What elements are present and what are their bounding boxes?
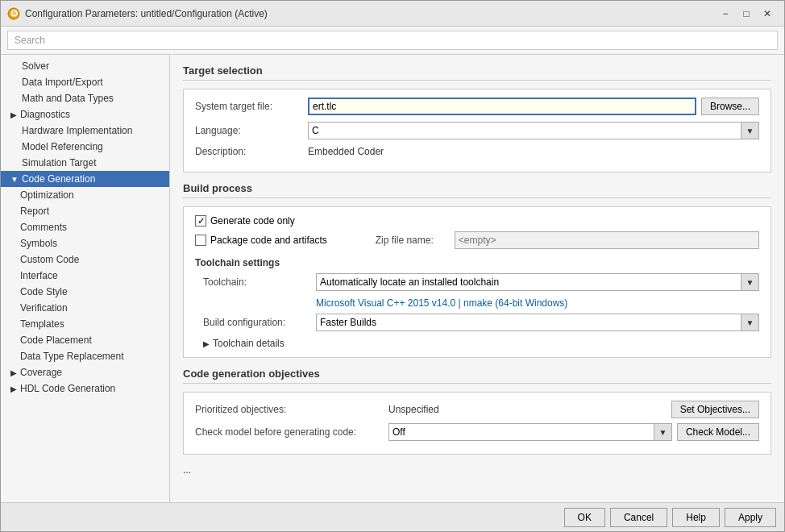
prioritized-objectives-value: Unspecified	[388, 404, 671, 415]
system-target-file-row: System target file: Browse...	[195, 98, 759, 115]
bottom-bar: OK Cancel Help Apply	[1, 502, 784, 531]
sidebar-label-report: Report	[20, 206, 49, 217]
check-model-label: Check model before generating code:	[195, 426, 388, 438]
toolchain-settings-title: Toolchain settings	[195, 257, 759, 268]
maximize-button[interactable]: □	[736, 6, 757, 22]
toolchain-row: Toolchain: Automatically locate an insta…	[203, 273, 759, 291]
generate-code-checkbox-label[interactable]: ✓ Generate code only	[195, 215, 295, 227]
sidebar-item-code-generation[interactable]: ▼Code Generation	[1, 171, 169, 187]
sidebar-label-code-generation: Code Generation	[22, 173, 95, 185]
build-config-select[interactable]: Faster Builds	[316, 314, 741, 331]
sidebar-item-model-referencing[interactable]: Model Referencing	[1, 139, 169, 155]
build-config-label: Build configuration:	[203, 317, 316, 328]
sidebar-label-simulation-target: Simulation Target	[22, 157, 97, 168]
description-value: Embedded Coder	[308, 146, 384, 157]
sidebar-item-custom-code[interactable]: Custom Code	[1, 251, 169, 268]
sidebar-item-report[interactable]: Report	[1, 203, 169, 219]
sidebar-label-comments: Comments	[20, 222, 67, 233]
app-icon: ⚙	[7, 7, 20, 20]
sidebar-item-coverage[interactable]: ▶Coverage	[1, 364, 169, 380]
language-select-wrap: C ▼	[308, 122, 759, 139]
window-title: Configuration Parameters: untitled/Confi…	[25, 8, 715, 19]
ok-button[interactable]: OK	[564, 508, 605, 527]
toolchain-details-row[interactable]: ▶ Toolchain details	[203, 338, 759, 349]
description-label: Description:	[195, 146, 308, 157]
sidebar-label-code-style: Code Style	[20, 286, 68, 297]
zip-file-input[interactable]	[455, 231, 759, 249]
browse-button[interactable]: Browse...	[701, 98, 759, 115]
title-bar: ⚙ Configuration Parameters: untitled/Con…	[1, 1, 784, 27]
build-process-section: ✓ Generate code only Package code and ar…	[183, 206, 771, 358]
sidebar-item-diagnostics[interactable]: ▶Diagnostics	[1, 106, 169, 123]
sidebar-item-math-data-types[interactable]: Math and Data Types	[1, 90, 169, 106]
toolchain-select[interactable]: Automatically locate an installed toolch…	[316, 273, 741, 291]
main-content: SolverData Import/ExportMath and Data Ty…	[1, 55, 784, 502]
check-model-button[interactable]: Check Model...	[677, 423, 759, 441]
language-select[interactable]: C	[308, 122, 741, 139]
code-gen-objectives-section: Prioritized objectives: Unspecified Set …	[183, 392, 771, 455]
sidebar-item-code-placement[interactable]: Code Placement	[1, 332, 169, 348]
sidebar-item-comments[interactable]: Comments	[1, 219, 169, 235]
sidebar-item-symbols[interactable]: Symbols	[1, 235, 169, 251]
generate-code-row: ✓ Generate code only	[195, 215, 759, 227]
generate-code-label: Generate code only	[210, 215, 295, 227]
sidebar-item-solver[interactable]: Solver	[1, 58, 169, 74]
help-button[interactable]: Help	[672, 508, 720, 527]
target-selection-title: Target selection	[183, 64, 771, 81]
sidebar-label-interface: Interface	[20, 270, 58, 281]
main-panel: Target selection System target file: Bro…	[170, 55, 784, 502]
sidebar-item-templates[interactable]: Templates	[1, 316, 169, 332]
generate-code-checkbox[interactable]: ✓	[195, 215, 206, 227]
apply-button[interactable]: Apply	[725, 508, 776, 527]
sidebar-item-data-type-replacement[interactable]: Data Type Replacement	[1, 348, 169, 364]
build-config-select-arrow[interactable]: ▼	[741, 314, 759, 331]
package-code-row: Package code and artifacts Zip file name…	[195, 231, 759, 249]
package-code-label: Package code and artifacts	[210, 235, 327, 246]
sidebar-item-verification[interactable]: Verification	[1, 300, 169, 316]
expand-arrow-diagnostics: ▶	[10, 110, 17, 119]
sidebar-label-verification: Verification	[20, 302, 68, 314]
sidebar-item-hardware-implementation[interactable]: Hardware Implementation	[1, 123, 169, 139]
sidebar-item-code-style[interactable]: Code Style	[1, 284, 169, 300]
sidebar-label-hdl-code-generation: HDL Code Generation	[20, 383, 115, 394]
sidebar-label-hardware-implementation: Hardware Implementation	[22, 125, 132, 136]
sidebar: SolverData Import/ExportMath and Data Ty…	[1, 55, 170, 502]
package-code-checkbox-label[interactable]: Package code and artifacts	[195, 235, 327, 246]
close-button[interactable]: ✕	[757, 6, 778, 22]
zip-file-name-label: Zip file name:	[376, 235, 434, 246]
minimize-button[interactable]: −	[715, 6, 736, 22]
sidebar-label-code-placement: Code Placement	[20, 335, 92, 346]
toolchain-select-wrap: Automatically locate an installed toolch…	[316, 273, 759, 291]
language-select-arrow[interactable]: ▼	[741, 122, 759, 139]
sidebar-label-custom-code: Custom Code	[20, 254, 79, 265]
expand-arrow-code-generation: ▼	[10, 175, 19, 184]
sidebar-item-hdl-code-generation[interactable]: ▶HDL Code Generation	[1, 380, 169, 397]
sidebar-label-optimization: Optimization	[20, 189, 74, 201]
sidebar-item-optimization[interactable]: Optimization	[1, 187, 169, 203]
check-model-select-arrow[interactable]: ▼	[654, 423, 672, 441]
search-input[interactable]	[7, 31, 778, 50]
config-params-window: ⚙ Configuration Parameters: untitled/Con…	[0, 0, 785, 532]
code-gen-objectives-title: Code generation objectives	[183, 368, 771, 384]
expand-arrow-coverage: ▶	[10, 368, 17, 377]
package-code-checkbox[interactable]	[195, 235, 206, 246]
toolchain-info: Microsoft Visual C++ 2015 v14.0 | nmake …	[316, 297, 759, 309]
set-objectives-button[interactable]: Set Objectives...	[671, 401, 759, 418]
sidebar-label-solver: Solver	[22, 60, 49, 72]
check-model-select[interactable]: Off	[388, 423, 654, 441]
sidebar-label-data-import-export: Data Import/Export	[22, 77, 103, 88]
sidebar-label-symbols: Symbols	[20, 238, 57, 249]
cancel-button[interactable]: Cancel	[610, 508, 667, 527]
sidebar-item-interface[interactable]: Interface	[1, 268, 169, 284]
toolchain-select-arrow[interactable]: ▼	[741, 273, 759, 291]
build-config-row: Build configuration: Faster Builds ▼	[203, 314, 759, 331]
sidebar-item-data-import-export[interactable]: Data Import/Export	[1, 74, 169, 90]
sidebar-item-simulation-target[interactable]: Simulation Target	[1, 155, 169, 171]
system-target-file-input[interactable]	[308, 98, 696, 115]
expand-arrow-hdl-code-generation: ▶	[10, 384, 17, 393]
sidebar-label-templates: Templates	[20, 318, 64, 330]
check-model-select-wrap: Off ▼	[388, 423, 672, 441]
search-bar	[1, 27, 784, 55]
svg-text:⚙: ⚙	[10, 8, 19, 19]
prioritized-objectives-row: Prioritized objectives: Unspecified Set …	[195, 401, 759, 418]
